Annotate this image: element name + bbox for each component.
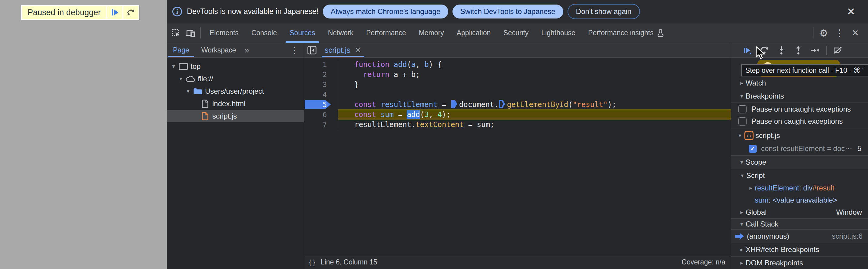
line-number: 7 [322, 121, 327, 129]
code-line-text[interactable]: } [338, 79, 731, 89]
code-token: function [354, 60, 390, 69]
section-scope[interactable]: ▾ Scope [731, 155, 868, 169]
chevron-down-icon: ▾ [738, 159, 746, 166]
section-breakpoints[interactable]: ▾ Breakpoints [731, 90, 868, 103]
tab-workspace[interactable]: Workspace [195, 43, 242, 57]
code-token: = [438, 100, 451, 109]
infobar-close-icon[interactable]: ✕ [847, 5, 856, 18]
scope-var-resultelement[interactable]: ▸ resultElement: div#result [731, 182, 868, 194]
code-line-text[interactable] [338, 89, 731, 100]
tab-performance[interactable]: Performance [360, 23, 412, 43]
always-match-language-button[interactable]: Always match Chrome's language [323, 4, 448, 19]
breakpoint-file-group[interactable]: ▾ ‹› script.js [731, 129, 868, 142]
tree-item-script-js[interactable]: script.js [167, 110, 304, 122]
breakpoint-enabled-checkbox[interactable]: ✓ [749, 145, 757, 153]
more-options-button[interactable]: ⋮ [832, 23, 847, 43]
tab-network[interactable]: Network [322, 23, 360, 43]
scope-var-sum[interactable]: sum: <value unavailable> [731, 194, 868, 206]
code-line-text[interactable]: const sum = add(3, 4); [338, 109, 731, 119]
gutter-line-4[interactable]: 4 [304, 89, 338, 100]
chevron-down-icon: ▾ [738, 172, 746, 179]
step-out-button[interactable] [790, 43, 807, 58]
global-value: Window [836, 208, 868, 217]
scope-global-group[interactable]: ▸ Global Window [731, 206, 868, 218]
step-over-icon [759, 45, 770, 55]
line-number: 5 [322, 101, 327, 109]
settings-button[interactable]: ⚙ [816, 23, 832, 43]
inspect-element-button[interactable] [169, 23, 183, 43]
pause-caught-checkbox[interactable] [738, 117, 747, 126]
toggle-device-toolbar-button[interactable] [183, 23, 198, 43]
code-line-text[interactable]: resultElement.textContent = sum; [338, 119, 731, 130]
tree-item-top[interactable]: ▾top [167, 60, 304, 73]
resume-button[interactable] [739, 43, 756, 58]
section-dom-breakpoints[interactable]: ▸ DOM Breakpoints [731, 256, 868, 269]
switch-to-japanese-button[interactable]: Switch DevTools to Japanese [453, 4, 563, 19]
code-token: ); [608, 100, 616, 109]
code-editor: 1function add(a, b) {2 return a + b;3}4 … [304, 58, 731, 255]
code-token: ( [420, 110, 424, 119]
var-separator: : [768, 196, 772, 205]
code-line-text[interactable]: const resultElement = document.getElemen… [338, 100, 731, 109]
chevron-down-icon[interactable]: ▾ [170, 63, 177, 70]
breakpoints-label: Breakpoints [746, 92, 784, 100]
navigator-more-options-button[interactable]: ⋮ [286, 43, 304, 57]
code-line-text[interactable]: return a + b; [338, 70, 731, 79]
tab-console[interactable]: Console [245, 23, 283, 43]
gutter-line-3[interactable]: 3 [304, 79, 338, 89]
tab-label: Network [328, 29, 353, 37]
tab-security[interactable]: Security [497, 23, 535, 43]
pretty-print-icon[interactable]: { } [309, 258, 315, 267]
dont-show-again-button[interactable]: Don't show again [567, 4, 640, 19]
tab-page[interactable]: Page [167, 43, 195, 57]
section-watch[interactable]: ▸ Watch [731, 76, 868, 90]
chevron-down-icon[interactable]: ▾ [184, 88, 192, 95]
section-xhr-breakpoints[interactable]: ▸ XHR/fetch Breakpoints [731, 243, 868, 256]
tab-elements[interactable]: Elements [203, 23, 245, 43]
tab-memory[interactable]: Memory [412, 23, 451, 43]
close-tab-icon[interactable]: ✕ [355, 46, 361, 55]
gutter-line-6[interactable]: 6 [304, 109, 338, 119]
tree-item-file-[interactable]: ▾file:// [167, 73, 304, 85]
tree-item-index-html[interactable]: index.html [167, 97, 304, 110]
code-line-4: 4 [304, 89, 731, 100]
code-token: ( [568, 100, 572, 109]
var-separator: : [799, 184, 803, 192]
close-devtools-button[interactable]: ✕ [847, 23, 863, 43]
inline-breakpoint-marker-outline-icon[interactable] [499, 100, 505, 108]
gutter-line-7[interactable]: 7 [304, 119, 338, 130]
editor-pane: script.js ✕ 1function add(a, b) {2 retur… [304, 43, 731, 269]
scope-script-group[interactable]: ▾ Script [731, 169, 868, 182]
tab-performance-insights[interactable]: Performance insights [582, 23, 671, 43]
deactivate-breakpoints-button[interactable] [829, 43, 846, 58]
tab-application[interactable]: Application [451, 23, 497, 43]
code-line-text[interactable]: function add(a, b) { [338, 59, 731, 70]
section-call-stack[interactable]: ▾ Call Stack [731, 218, 868, 230]
pause-uncaught-checkbox[interactable] [738, 105, 747, 113]
step-over-ribbon-button[interactable] [123, 6, 138, 19]
tree-item-users-user-project[interactable]: ▾Users/user/project [167, 85, 304, 97]
breakpoint-entry[interactable]: ✓ const resultElement = doc⋯ 5 [731, 142, 868, 155]
code-line-1: 1function add(a, b) { [304, 59, 731, 70]
chevron-right-icon: ▸ [738, 260, 746, 266]
breakpoint-gutter-line-5[interactable]: 5 [304, 100, 338, 109]
more-tabs-chevron-icon[interactable]: » [242, 43, 252, 57]
step-into-button[interactable] [773, 43, 790, 58]
infobar-message: DevTools is now available in Japanese! [187, 7, 319, 16]
pause-caught-row[interactable]: Pause on caught exceptions [731, 115, 868, 127]
code-token: } [354, 80, 359, 89]
resume-script-button[interactable] [107, 6, 122, 19]
gutter-line-1[interactable]: 1 [304, 59, 338, 70]
call-stack-frame[interactable]: (anonymous) script.js:6 [731, 230, 868, 243]
step-button[interactable] [807, 43, 824, 58]
tab-sources[interactable]: Sources [283, 23, 321, 43]
pause-uncaught-row[interactable]: Pause on uncaught exceptions [731, 103, 868, 115]
toggle-navigator-button[interactable] [304, 43, 320, 57]
tab-lighthouse[interactable]: Lighthouse [535, 23, 582, 43]
inline-breakpoint-marker-icon[interactable] [451, 100, 457, 108]
chevron-down-icon[interactable]: ▾ [177, 75, 184, 82]
gutter-line-2[interactable]: 2 [304, 70, 338, 79]
step-over-button[interactable] [756, 43, 773, 58]
chevron-right-icon: ▸ [738, 246, 746, 253]
editor-tab-scriptjs[interactable]: script.js ✕ [320, 43, 366, 57]
